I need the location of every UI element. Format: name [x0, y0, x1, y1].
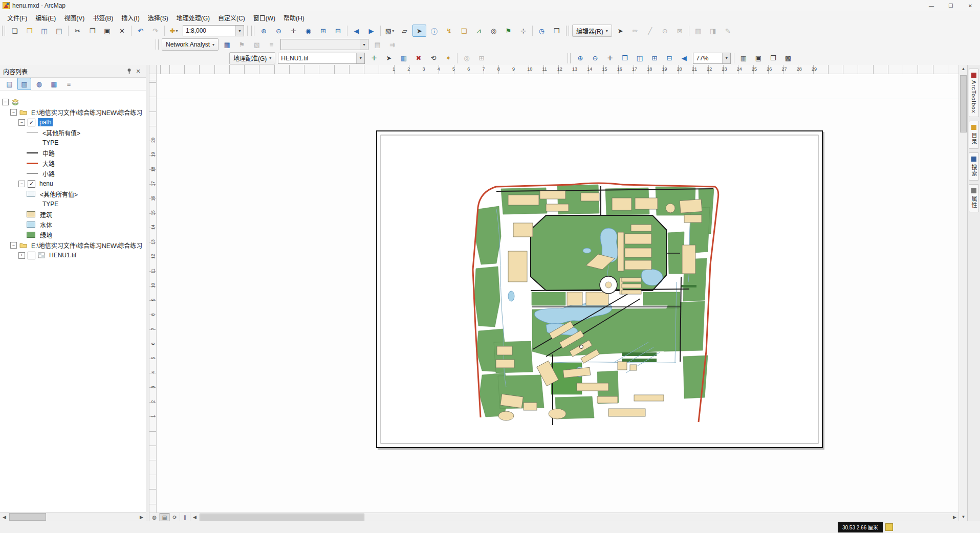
menu-自定义C[interactable]: 自定义(C) [214, 12, 249, 24]
layout-go-back-button[interactable]: ◀ [677, 52, 691, 64]
list-by-visibility-button[interactable]: ◍ [32, 78, 46, 90]
identify-tool[interactable]: ⓘ [427, 25, 441, 37]
expand-expander-icon[interactable]: + [18, 252, 25, 259]
refresh-view-button[interactable]: ⟳ [170, 513, 180, 521]
measure-tool[interactable]: ⊿ [472, 25, 486, 37]
toc-node-建筑[interactable]: 建筑 [0, 209, 146, 219]
legend-symbol[interactable] [27, 221, 35, 228]
full-extent-button[interactable]: ◉ [301, 25, 315, 37]
attributes-button[interactable]: ▦ [691, 25, 705, 37]
save-button[interactable]: ◫ [37, 25, 51, 37]
dock-tab-属性[interactable]: 属性 [969, 184, 979, 212]
fixed-zoom-out-button[interactable]: ⊟ [331, 25, 345, 37]
legend-symbol[interactable] [27, 132, 38, 133]
dock-tab-搜索[interactable]: 搜索 [969, 152, 979, 181]
collapse-expander-icon[interactable]: − [10, 242, 17, 249]
layout-page[interactable] [376, 130, 823, 448]
layer-label[interactable] [22, 101, 25, 102]
toolbar-grip[interactable] [251, 26, 254, 36]
layer-label[interactable]: E:\地信实习文件\综合练习NEW\综合练习 [30, 107, 144, 117]
delete-button[interactable]: ✕ [115, 25, 129, 37]
georeferencing-menu[interactable]: 地理配准(G)▾ [229, 52, 275, 64]
go-to-xy-button[interactable]: ⊹ [516, 25, 530, 37]
zoom-to-link-button[interactable]: ⊞ [474, 52, 488, 64]
layout-fixed-zoom-in-button[interactable]: ⊞ [647, 52, 661, 64]
rotate-raster-tool[interactable]: ⟲ [426, 52, 440, 64]
scroll-up-icon[interactable]: ▲ [959, 65, 968, 73]
pause-drawing-button[interactable]: ∥ [180, 513, 190, 521]
legend-symbol[interactable] [27, 232, 35, 238]
network-dataset-combo[interactable]: ▾ [280, 39, 368, 50]
sketch-properties-button[interactable]: ◨ [706, 25, 720, 37]
toggle-draft-mode-button[interactable]: ▥ [736, 52, 750, 64]
network-build-button[interactable]: ▤ [371, 38, 384, 51]
menu-文件F[interactable]: 文件(F) [3, 12, 31, 24]
layer-label[interactable]: TYPE [41, 200, 60, 208]
map-vertical-scrollbar[interactable]: ▲ ▼ [959, 65, 968, 521]
layer-label[interactable]: 绿地 [38, 230, 54, 240]
layer-label[interactable]: 小路 [41, 169, 56, 179]
layer-label[interactable]: 中路 [41, 148, 56, 158]
map-vscrollbar-thumb[interactable] [960, 75, 967, 132]
redo-button[interactable]: ↷ [148, 25, 162, 37]
collapse-expander-icon[interactable]: − [2, 99, 9, 105]
layout-canvas[interactable] [157, 74, 959, 513]
map-scrollbar-thumb[interactable] [200, 514, 364, 521]
link-table-button[interactable]: ▦ [397, 52, 410, 64]
directions-button[interactable]: ≡ [265, 38, 278, 51]
list-by-drawing-order-button[interactable]: ▤ [3, 78, 16, 90]
print-button[interactable]: ▤ [52, 25, 66, 37]
open-document-button[interactable]: ❒ [23, 25, 36, 37]
combo-dropdown-icon[interactable]: ▾ [360, 39, 368, 50]
layout-zoom-percent-combo[interactable]: 77%▾ [693, 53, 731, 64]
combo-dropdown-icon[interactable]: ▾ [722, 53, 730, 63]
menu-视图V[interactable]: 视图(V) [60, 12, 89, 24]
straight-segment-tool[interactable]: ╱ [643, 25, 657, 37]
zoom-in-tool[interactable]: ⊕ [257, 25, 271, 37]
change-layout-button[interactable]: ❐ [766, 52, 780, 64]
add-control-points-tool[interactable]: ✛ [367, 52, 381, 64]
legend-symbol[interactable] [27, 173, 38, 174]
solve-button[interactable]: ▧ [250, 38, 264, 51]
toc-node-TYPE[interactable]: TYPE [0, 138, 146, 148]
editor-menu[interactable]: 编辑器(R)▾ [572, 25, 612, 37]
network-analyst-window-button[interactable]: ▦ [220, 38, 234, 51]
layer-label[interactable]: 建筑 [38, 210, 54, 219]
menu-帮助H[interactable]: 帮助(H) [279, 12, 309, 24]
create-features-button[interactable]: ✎ [721, 25, 735, 37]
edit-tool[interactable]: ➤ [614, 25, 627, 37]
scroll-down-icon[interactable]: ▼ [959, 513, 968, 521]
minimize-button[interactable]: — [922, 0, 941, 11]
fixed-zoom-in-button[interactable]: ⊞ [316, 25, 330, 37]
toc-node-中路[interactable]: 中路 [0, 148, 146, 158]
toolbar-grip[interactable] [568, 53, 571, 63]
toc-options-button[interactable]: ≡ [62, 78, 76, 90]
select-elements-tool[interactable]: ➤ [412, 25, 426, 37]
combo-dropdown-icon[interactable]: ▾ [235, 26, 244, 36]
toc-node-E:\地信实习文件\综合练习NEW\综合练习[interactable]: −E:\地信实习文件\综合练习NEW\综合练习 [0, 107, 146, 117]
layer-label[interactable]: 水体 [38, 220, 54, 230]
copy-button[interactable]: ❐ [85, 25, 99, 37]
legend-symbol[interactable] [27, 152, 38, 153]
close-button[interactable]: ✕ [961, 0, 980, 11]
collapse-expander-icon[interactable]: − [10, 109, 17, 116]
toc-node-绿地[interactable]: 绿地 [0, 230, 146, 240]
toc-node-<其他所有值>[interactable]: <其他所有值> [0, 189, 146, 199]
menu-书签B[interactable]: 书签(B) [89, 12, 117, 24]
cut-button[interactable]: ✂ [71, 25, 84, 37]
toolbar-grip[interactable] [566, 26, 569, 36]
go-forward-extent-button[interactable]: ▶ [364, 25, 378, 37]
legend-symbol[interactable] [27, 163, 38, 164]
auto-registration-button[interactable]: ✦ [441, 52, 455, 64]
select-features-tool[interactable]: ▧▾ [383, 25, 397, 37]
legend-symbol[interactable] [27, 211, 35, 217]
collapse-expander-icon[interactable]: − [18, 119, 25, 126]
find-tool[interactable]: ◎ [487, 25, 500, 37]
dock-tab-ArcToolbox[interactable]: ArcToolbox [969, 69, 979, 117]
focus-data-frame-button[interactable]: ▣ [751, 52, 765, 64]
toc-scrollbar-thumb[interactable] [9, 513, 46, 521]
layout-zoom-out-tool[interactable]: ⊖ [588, 52, 602, 64]
layer-label[interactable]: henu [38, 180, 55, 188]
maximize-button[interactable]: ❐ [941, 0, 961, 11]
menu-地理处理G[interactable]: 地理处理(G) [172, 12, 214, 24]
